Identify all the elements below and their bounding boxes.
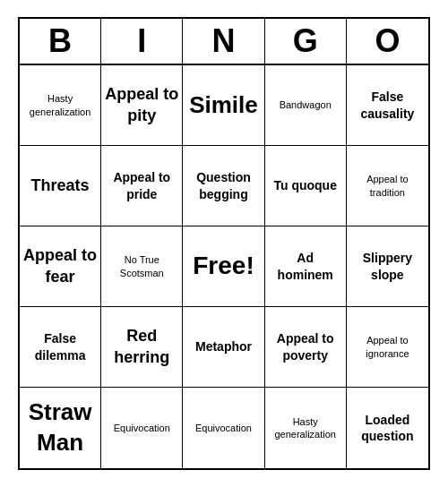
cell-text: False dilemma xyxy=(23,330,97,363)
bingo-cell: Equivocation xyxy=(101,388,183,468)
cell-text: Question begging xyxy=(186,169,260,201)
bingo-letter: I xyxy=(101,19,183,64)
bingo-cell: Appeal to fear xyxy=(20,226,101,307)
cell-text: Free! xyxy=(193,250,254,282)
bingo-cell: Straw Man xyxy=(20,388,101,468)
cell-text: Loaded question xyxy=(350,412,425,444)
bingo-letter: G xyxy=(265,19,347,64)
cell-text: Simile xyxy=(189,90,258,121)
cell-text: Appeal to pity xyxy=(105,84,178,126)
cell-text: Appeal to fear xyxy=(23,245,97,287)
bingo-cell: Red herring xyxy=(101,307,183,388)
cell-text: Hasty generalization xyxy=(23,92,97,118)
bingo-grid: Hasty generalizationAppeal to pitySimile… xyxy=(20,65,428,468)
cell-text: Threats xyxy=(31,175,90,196)
bingo-header: BINGO xyxy=(20,19,428,65)
cell-text: False causality xyxy=(350,89,425,121)
bingo-cell: Simile xyxy=(183,65,264,146)
bingo-letter: N xyxy=(183,19,264,64)
cell-text: Ad hominem xyxy=(269,250,342,282)
bingo-cell: Hasty generalization xyxy=(265,388,347,468)
cell-text: Appeal to ignorance xyxy=(350,334,425,360)
bingo-letter: O xyxy=(347,19,428,64)
bingo-cell: Metaphor xyxy=(183,307,264,388)
bingo-cell: Appeal to poverty xyxy=(265,307,347,388)
bingo-cell: Threats xyxy=(20,146,101,226)
bingo-cell: Appeal to pity xyxy=(101,65,183,146)
cell-text: Appeal to poverty xyxy=(269,330,342,363)
bingo-cell: False causality xyxy=(347,65,428,146)
cell-text: Bandwagon xyxy=(280,98,332,111)
bingo-cell: Equivocation xyxy=(183,388,264,468)
cell-text: Tu quoque xyxy=(273,177,337,193)
cell-text: Appeal to tradition xyxy=(350,173,425,199)
cell-text: Red herring xyxy=(105,326,178,368)
bingo-cell: Slippery slope xyxy=(347,226,428,307)
bingo-cell: Loaded question xyxy=(347,388,428,468)
bingo-cell: Appeal to tradition xyxy=(347,146,428,226)
cell-text: Straw Man xyxy=(23,397,97,458)
bingo-cell: Question begging xyxy=(183,146,264,226)
bingo-cell: Hasty generalization xyxy=(20,65,101,146)
cell-text: No True Scotsman xyxy=(105,253,178,279)
bingo-cell: Appeal to ignorance xyxy=(347,307,428,388)
cell-text: Metaphor xyxy=(195,338,252,355)
cell-text: Slippery slope xyxy=(350,250,425,282)
bingo-letter: B xyxy=(20,19,101,64)
bingo-cell: Bandwagon xyxy=(265,65,347,146)
bingo-cell: Tu quoque xyxy=(265,146,347,226)
bingo-cell: No True Scotsman xyxy=(101,226,183,307)
cell-text: Appeal to pride xyxy=(105,169,178,201)
cell-text: Equivocation xyxy=(195,422,252,434)
bingo-cell: Free! xyxy=(183,226,264,307)
bingo-cell: False dilemma xyxy=(20,307,101,388)
cell-text: Equivocation xyxy=(114,422,170,434)
cell-text: Hasty generalization xyxy=(269,415,342,441)
bingo-cell: Appeal to pride xyxy=(101,146,183,226)
bingo-cell: Ad hominem xyxy=(265,226,347,307)
bingo-card: BINGO Hasty generalizationAppeal to pity… xyxy=(18,17,430,470)
